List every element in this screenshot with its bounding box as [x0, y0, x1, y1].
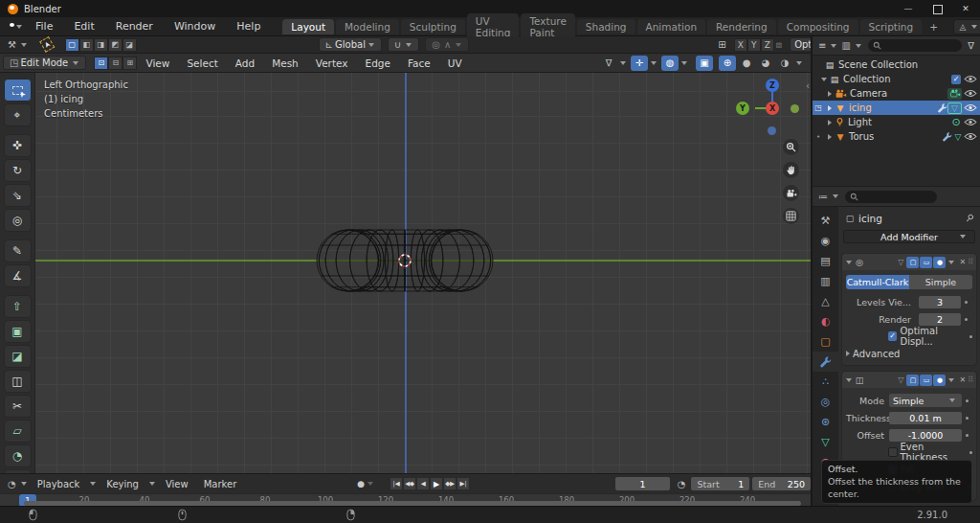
transform-tool[interactable]: ◎ [4, 209, 32, 232]
proportional-edit-toggle[interactable]: ◎ ∧ [425, 37, 469, 52]
tab-world[interactable]: ◐ [813, 311, 838, 331]
on-cage-toggle[interactable]: ▢ [906, 257, 919, 268]
add-workspace-button[interactable]: + [924, 19, 944, 34]
levels-value-field[interactable]: 3 [919, 296, 961, 308]
tab-data[interactable]: ▽ [813, 432, 838, 452]
add-modifier-button[interactable]: Add Modifier [843, 230, 975, 243]
jump-to-end-button[interactable]: ▶| [457, 477, 470, 490]
jump-to-start-button[interactable]: |◀ [390, 477, 403, 490]
select-difference-button[interactable]: ◩ [108, 38, 122, 52]
outliner-row-camera[interactable]: Camera [813, 86, 980, 101]
select-extend-button[interactable]: ◧ [79, 38, 94, 52]
menu-window[interactable]: Window [164, 17, 226, 36]
scene-selector[interactable]: ◬ Scene ✕ [953, 19, 980, 34]
poly-build-tool[interactable]: ▱ [4, 420, 32, 443]
tab-modifiers[interactable] [813, 352, 838, 372]
tab-animation[interactable]: Animation [637, 19, 706, 34]
show-viewport-toggle[interactable]: ▭ [920, 375, 932, 386]
optimal-display-checkbox[interactable]: ✓ [888, 331, 897, 341]
mesh-data-icon[interactable]: ▽ [947, 102, 962, 114]
mode-dropdown[interactable]: ◳ Edit Mode [3, 56, 86, 70]
snap-individual-icon[interactable]: ⧈ [774, 39, 784, 51]
camera-data-icon[interactable] [947, 88, 962, 100]
show-render-toggle[interactable]: ● [933, 257, 946, 268]
outliner-row-collection[interactable]: ▤ Collection ✓ [813, 72, 980, 86]
disclosure-icon[interactable] [828, 105, 832, 111]
end-frame-field[interactable]: End 250 [752, 477, 811, 490]
eye-icon[interactable] [964, 75, 977, 83]
tab-layout[interactable]: Layout [282, 19, 334, 34]
animate-dot-icon[interactable] [966, 417, 969, 420]
even-thickness-checkbox[interactable] [888, 447, 898, 457]
measure-tool[interactable]: ∡ [4, 264, 32, 287]
menu-view[interactable]: View [158, 479, 196, 489]
tab-modeling[interactable]: Modeling [336, 19, 399, 34]
animate-dot-icon[interactable] [969, 451, 972, 454]
delete-modifier-icon[interactable]: ✕ [957, 258, 968, 266]
tab-rendering[interactable]: Rendering [707, 19, 776, 34]
gizmo-x-axis[interactable]: X [766, 102, 779, 115]
menu-playback[interactable]: Playback [30, 479, 88, 489]
outliner-editor-icon[interactable]: ≡ [816, 40, 828, 51]
disclosure-icon[interactable] [828, 91, 832, 97]
viewport-3d[interactable]: Left Orthographic (1) icing Centimeters … [0, 73, 811, 473]
tab-scripting[interactable]: Scripting [860, 19, 923, 34]
extrude-region-tool[interactable]: ⇧ [4, 295, 32, 318]
orientation-dropdown[interactable]: ⊾ Global [319, 37, 382, 52]
advanced-row[interactable]: Advanced [846, 346, 972, 361]
inset-faces-tool[interactable]: ▣ [4, 320, 32, 343]
tab-shading[interactable]: Shading [577, 19, 635, 34]
loop-cut-tool[interactable]: ◫ [4, 370, 32, 393]
extras-dropdown-icon[interactable] [948, 378, 954, 382]
vertex-select-button[interactable]: ⊡ [94, 57, 108, 70]
snap-toggle[interactable]: ∪ [388, 37, 419, 52]
panel-expand-icon[interactable] [846, 378, 852, 382]
next-keyframe-button[interactable]: ◆▶ [443, 477, 457, 490]
timeline-scrollbar[interactable] [24, 501, 801, 506]
tab-particles[interactable]: ∴ [813, 372, 838, 392]
drag-handle-icon[interactable]: ⠿ [968, 375, 973, 384]
menu-marker[interactable]: Marker [196, 479, 245, 489]
pan-hand-icon[interactable] [783, 162, 799, 178]
tab-constraints[interactable]: ⊛ [813, 412, 838, 432]
shading-material-button[interactable]: ◕ [757, 56, 774, 71]
filter-dropdown[interactable]: ∇ [600, 56, 617, 71]
panel-expand-icon[interactable] [846, 261, 852, 264]
animate-dot-icon[interactable] [969, 335, 972, 338]
mode-dropdown[interactable]: Simple [889, 394, 962, 407]
tab-view-layer[interactable]: ▥ [813, 271, 838, 291]
eye-icon[interactable] [964, 103, 977, 112]
play-reverse-button[interactable]: ◀ [416, 477, 430, 490]
outliner-search-input[interactable] [868, 39, 962, 52]
menu-edit[interactable]: Edit [63, 17, 104, 36]
menu-add[interactable]: Add [227, 57, 263, 69]
subsurf-header[interactable]: ◎ ▽ ▢ ▭ ● ✕ ⠿ [842, 254, 976, 270]
edge-select-button[interactable]: ⊟ [108, 57, 122, 70]
menu-keying[interactable]: Keying [99, 479, 146, 489]
tab-physics[interactable]: ◎ [813, 392, 838, 412]
gizmos-toggle[interactable]: ✛ [631, 56, 648, 71]
prev-keyframe-button[interactable]: ◀◆ [403, 477, 416, 490]
move-tool[interactable]: ✜ [4, 134, 32, 157]
shading-rendered-button[interactable]: ◑ [776, 56, 793, 71]
menu-uv[interactable]: UV [439, 57, 471, 69]
tab-sculpting[interactable]: Sculpting [401, 19, 465, 34]
menu-help[interactable]: Help [226, 17, 271, 36]
point-light-data-icon[interactable]: ⊙ [950, 116, 962, 128]
outliner-row-icing[interactable]: ◳ ▼ icing ▽ [813, 101, 980, 115]
rotate-tool[interactable]: ↻ [4, 159, 32, 182]
show-render-toggle[interactable]: ● [933, 375, 946, 386]
select-intersect-button[interactable]: ◪ [122, 38, 137, 52]
drag-handle-icon[interactable]: ⠿ [968, 258, 973, 266]
offset-field[interactable]: -1.0000 [889, 429, 962, 442]
camera-view-icon[interactable] [783, 185, 799, 201]
disclosure-open-icon[interactable] [821, 78, 827, 81]
tab-object[interactable]: ▢ [813, 331, 838, 352]
animate-dot-icon[interactable] [966, 399, 969, 402]
select-box-tool[interactable] [4, 79, 32, 102]
active-tool-button[interactable]: ➤ [41, 37, 54, 52]
perspective-grid-icon[interactable] [783, 208, 799, 224]
annotate-tool[interactable]: ✎ [4, 239, 32, 262]
spin-tool[interactable]: ◔ [4, 444, 32, 467]
gizmo-y-neg[interactable] [791, 104, 799, 113]
